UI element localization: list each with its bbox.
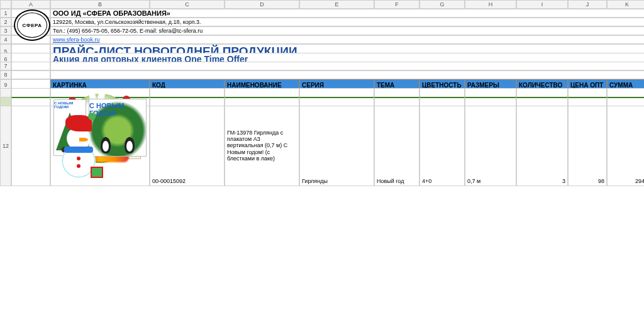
col-F[interactable]: F [374,0,419,9]
cell-B8[interactable] [50,70,644,79]
cell-A8[interactable] [11,70,50,79]
row-8-head[interactable]: 8 [0,70,11,79]
col-E[interactable]: E [299,0,374,9]
cell-series-12[interactable]: Гирлянды [299,106,374,186]
company-name: ООО ИД «СФЕРА ОБРАЗОВАНИЯ» [50,9,644,18]
cell-size-12[interactable]: 0,7 м [465,106,516,186]
col-G[interactable]: G [419,0,465,9]
company-logo: СФЕРА [14,9,50,41]
col-J[interactable]: J [568,0,607,9]
col-A[interactable]: A [11,0,50,9]
company-phone: Тел.: (495) 656-75-05, 656-72-05. E-mail… [50,26,644,35]
company-address: 129226, Москва, ул.Сельскохозяйственная,… [50,18,644,26]
col-C[interactable]: C [150,0,225,9]
row-3-head[interactable]: 3 [0,26,11,35]
cell-name-12[interactable]: ГМ-13978 Гирлянда с плакатом А3 вертикал… [225,106,299,186]
logo-text: СФЕРА [23,23,42,28]
select-all-corner[interactable] [0,0,11,9]
row-12-head[interactable]: 12 [0,106,11,186]
col-B[interactable]: B [50,0,150,9]
row-7-head[interactable]: 7 [0,62,11,70]
cell-sum-12[interactable]: 294 [607,106,644,186]
penguin-small-text: С НОВЫМ ГОДОМ! [54,101,86,109]
cell-A7[interactable] [11,62,50,70]
cell-price-12[interactable]: 98 [568,106,607,186]
cell-color-12[interactable]: 4+0 [419,106,465,186]
cell-theme-12[interactable]: Новый год [374,106,419,186]
cell-code-12[interactable]: 00-00015092 [150,106,225,186]
cell-B7[interactable] [50,62,644,70]
cell-qty-12[interactable]: 3 [516,106,568,186]
row-4-head[interactable]: 4 [0,35,11,44]
col-H[interactable]: H [465,0,516,9]
col-I[interactable]: I [516,0,568,9]
spreadsheet-grid: A B C D E F G H I J K 1 ООО ИД «СФЕРА ОБ… [0,0,644,114]
col-D[interactable]: D [225,0,299,9]
row-2-head[interactable]: 2 [0,18,11,26]
company-url[interactable]: www.sfera-book.ru [50,35,644,44]
cell-A12[interactable] [11,106,50,186]
col-K[interactable]: K [607,0,644,9]
row-1-head[interactable]: 1 [0,9,11,18]
